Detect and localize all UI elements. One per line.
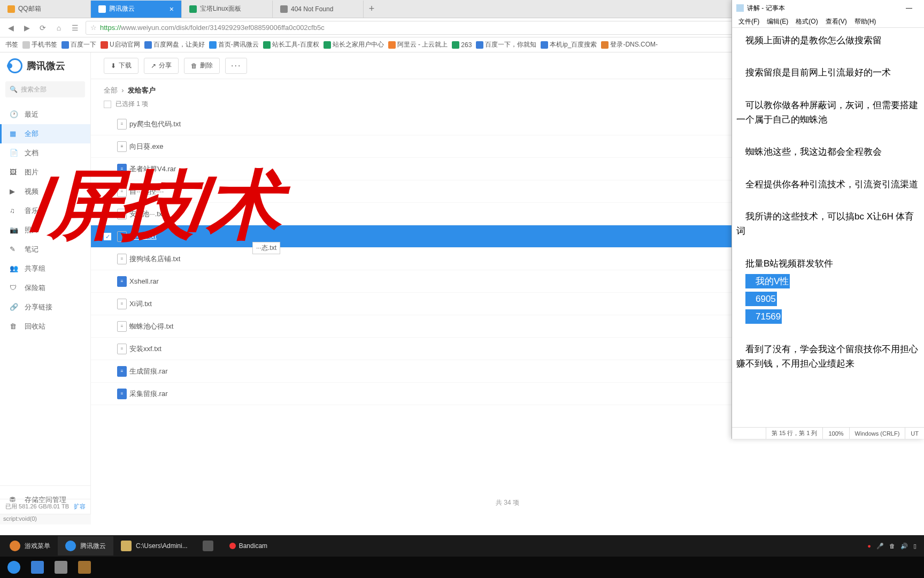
file-name[interactable]: 采集留痕.rar [129, 389, 772, 399]
sidebar-item-note[interactable]: ✎笔记 [0, 240, 90, 259]
video-icon: ▶ [10, 187, 18, 196]
search-icon: 🔍 [10, 86, 18, 93]
sidebar-item-label: 照片 [25, 225, 38, 235]
record-icon [229, 543, 236, 549]
storage-bar: 已用 581.26 GB/8.01 TB 扩容 [0, 499, 91, 514]
filename-tooltip: ···态.txt [252, 242, 280, 254]
file-name[interactable]: 安装xxf.txt [129, 344, 772, 354]
sidebar-item-video[interactable]: ▶视频 [0, 182, 90, 201]
start-button-2[interactable] [2, 558, 26, 577]
tray-volume-icon[interactable]: 🔊 [900, 543, 908, 550]
file-type-icon: ≡ [114, 209, 129, 219]
menu-view[interactable]: 查看(V) [822, 16, 850, 27]
file-name[interactable]: 圣者站群V4.rar [129, 164, 772, 174]
sidebar-item-photo[interactable]: 📷照片 [0, 220, 90, 240]
file-type-icon: ≡ [114, 344, 129, 354]
taskbar2-item[interactable] [73, 558, 96, 577]
sidebar-item-link[interactable]: 🔗分享链接 [0, 298, 90, 317]
menu-file[interactable]: 文件(F) [735, 16, 763, 27]
tray-icon[interactable]: ▯ [913, 543, 917, 550]
home-button[interactable]: ⌂ [53, 22, 64, 33]
file-name[interactable]: Xshell.rar [129, 277, 772, 285]
notepad-body[interactable]: 视频上面讲的是教你怎么做搜索留 搜索留痕是目前网上引流最好的一术 可以教你做各种… [732, 28, 924, 427]
bookmark-item[interactable]: 百度一下 [61, 40, 96, 49]
bookmark-item[interactable]: 站长之家用户中心 [324, 40, 384, 49]
sidebar-item-image[interactable]: 🖼图片 [0, 163, 90, 182]
sidebar-item-grid[interactable]: ▦全部 [0, 124, 90, 143]
start-button[interactable]: 游戏菜单 [2, 536, 58, 556]
select-all-checkbox[interactable] [104, 101, 111, 108]
sidebar-item-clock[interactable]: 🕐最近 [0, 105, 90, 124]
bookmark-item[interactable]: U启动官网 [101, 40, 140, 49]
sidebar-item-label: 全部 [25, 129, 38, 139]
sidebar-item-music[interactable]: ♫音乐 [0, 201, 90, 220]
menu-help[interactable]: 帮助(H) [851, 16, 880, 27]
bookmark-item[interactable]: 首页-腾讯微云 [209, 40, 259, 49]
tray-mic-icon[interactable]: 🎤 [876, 543, 884, 550]
sidebar-item-safe[interactable]: 🛡保险箱 [0, 278, 90, 298]
tab-qqmail[interactable]: QQ邮箱 [0, 1, 91, 18]
search-input[interactable]: 🔍 搜索全部 [5, 81, 85, 97]
file-name[interactable]: 生成留痕.rar [129, 367, 772, 376]
close-icon[interactable]: × [170, 5, 174, 13]
breadcrumb-root[interactable]: 全部 [104, 86, 118, 94]
bookmark-item[interactable]: 书签 [5, 40, 18, 49]
bookmark-item[interactable]: 站长工具-百度权 [263, 40, 319, 49]
sidebar-item-doc[interactable]: 📄文档 [0, 143, 90, 163]
sidebar-item-share[interactable]: 👥共享组 [0, 259, 90, 278]
file-name[interactable]: 蜘蛛池心得.txt [129, 322, 772, 331]
reload-button[interactable]: ⟳ [37, 22, 48, 33]
taskbar-item-weiyun[interactable]: 腾讯微云 [58, 536, 113, 556]
expand-link[interactable]: 扩容 [74, 503, 86, 511]
file-type-icon: ≡ [114, 276, 129, 287]
fav-button[interactable]: ☰ [70, 22, 80, 33]
file-name[interactable]: py爬虫包代码.txt [129, 119, 772, 129]
download-button[interactable]: ⬇下载 [104, 58, 138, 74]
taskbar2-item[interactable] [49, 558, 73, 577]
file-name[interactable]: 向日葵.exe [129, 142, 772, 151]
more-button[interactable]: ··· [225, 58, 247, 74]
bookmark-item[interactable]: 手机书签 [22, 40, 57, 49]
file-name[interactable]: 自···远控···· [129, 187, 772, 196]
notepad-statusbar: 第 15 行，第 1 列 100% Windows (CRLF) UT [732, 427, 924, 439]
delete-button[interactable]: 🗑删除 [184, 58, 220, 74]
taskbar-item-app[interactable] [195, 536, 221, 556]
bookmark-item[interactable]: 263 [452, 41, 472, 49]
file-name[interactable]: Xi词.txt [129, 299, 772, 309]
share-button[interactable]: ↗分享 [144, 58, 179, 74]
file-name[interactable]: 体··态.txt [129, 232, 772, 241]
new-tab-button[interactable]: + [364, 3, 380, 14]
notepad-title: 讲解 - 记事本 [747, 4, 785, 13]
bookmark-item[interactable]: 阿里云 - 上云就上 [388, 40, 448, 49]
file-type-icon: ≡ [114, 231, 129, 242]
file-name[interactable]: 搜狗域名店铺.txt [129, 254, 772, 264]
file-checkbox[interactable]: ✓ [104, 232, 114, 240]
bookmark-item[interactable]: 百度网盘，让美好 [144, 40, 205, 49]
menu-edit[interactable]: 编辑(E) [764, 16, 791, 27]
taskbar2-item[interactable] [26, 558, 49, 577]
tray-icon[interactable]: 🗑 [889, 543, 895, 549]
tray-icon[interactable]: ● [867, 543, 871, 549]
notepad-titlebar[interactable]: 讲解 - 记事本 — [732, 0, 924, 16]
sidebar-item-trash[interactable]: 🗑回收站 [0, 317, 90, 336]
notepad-window: 讲解 - 记事本 — 文件(F) 编辑(E) 格式(O) 查看(V) 帮助(H)… [732, 0, 924, 439]
menu-format[interactable]: 格式(O) [792, 16, 821, 27]
share-icon: 👥 [10, 264, 18, 273]
trash-icon: 🗑 [10, 322, 18, 331]
file-name[interactable]: 安···池···.txt [129, 209, 772, 219]
bookmark-item[interactable]: 百度一下，你就知 [476, 40, 536, 49]
taskbar-item-explorer[interactable]: C:\Users\Admini... [113, 536, 195, 556]
file-count: 共 34 项 [91, 492, 924, 514]
taskbar-item-bandicam[interactable]: Bandicam [222, 536, 275, 556]
breadcrumb-current: 发给客户 [128, 86, 156, 94]
selection-count: 已选择 1 项 [116, 100, 148, 109]
bookmark-item[interactable]: 登录-DNS.COM- [601, 40, 658, 49]
bookmark-item[interactable]: 本机ip_百度搜索 [541, 40, 597, 49]
back-button[interactable]: ◀ [5, 22, 16, 33]
tab-404[interactable]: 404 Not Found [273, 1, 364, 18]
file-type-icon: ≡ [114, 366, 129, 377]
tab-weiyun[interactable]: 腾讯微云× [91, 1, 182, 18]
forward-button[interactable]: ▶ [21, 22, 32, 33]
minimize-button[interactable]: — [898, 4, 920, 12]
tab-baota[interactable]: 宝塔Linux面板 [182, 1, 273, 18]
